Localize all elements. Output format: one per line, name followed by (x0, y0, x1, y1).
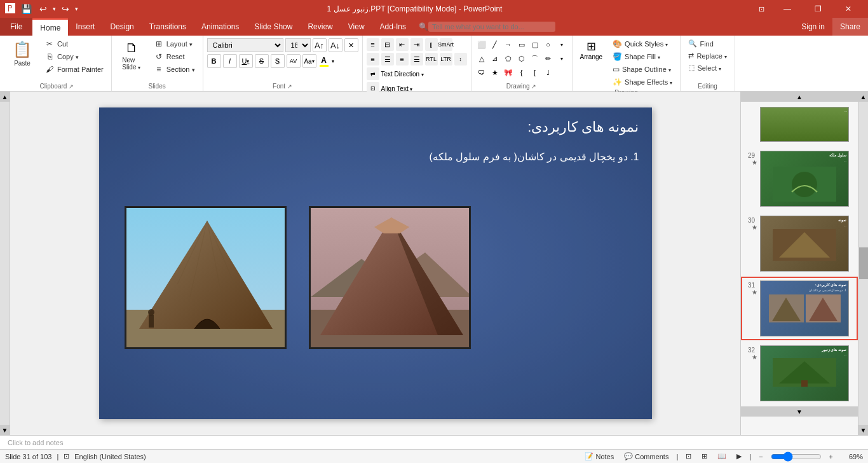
justify-button[interactable]: ☰ (410, 53, 423, 66)
decrease-indent-button[interactable]: ⇤ (396, 38, 409, 51)
reset-button[interactable]: ↺ Reset (150, 51, 199, 62)
shape-fill-button[interactable]: 🪣 Shape Fill ▾ (609, 51, 676, 62)
restore-button[interactable]: ❐ (803, 0, 832, 18)
zoom-level[interactable]: 69% (841, 453, 863, 460)
align-right-button[interactable]: ≡ (396, 53, 409, 66)
quick-redo[interactable]: ↪ (60, 4, 71, 14)
replace-button[interactable]: ⇄ Replace ▾ (684, 50, 730, 61)
paste-button[interactable]: 📋 Paste (6, 38, 38, 69)
hexagon-btn[interactable]: ⬡ (515, 52, 528, 65)
zoom-in-button[interactable]: + (827, 453, 836, 460)
shadow-button[interactable]: S (271, 54, 285, 68)
restore-down-icon[interactable]: ⊡ (751, 0, 771, 18)
main-scroll-down[interactable]: ▼ (858, 425, 868, 435)
callout-btn[interactable]: 🗨 (475, 66, 488, 79)
star-btn[interactable]: ★ (489, 66, 501, 79)
menu-insert[interactable]: Insert (68, 18, 102, 36)
reading-view-button[interactable]: 📖 (715, 452, 729, 460)
slide-thumb-29[interactable]: سلول ملکه ... (760, 151, 849, 207)
ltr-button[interactable]: LTR (440, 53, 452, 66)
main-slide[interactable]: نمونه های کاربردی: 1. دو یخچال قدیمی در … (99, 107, 652, 419)
align-left-button[interactable]: ≡ (367, 53, 379, 66)
font-name-select[interactable]: Calibri (207, 38, 283, 52)
curve-btn[interactable]: ⌒ (529, 52, 541, 65)
new-slide-button[interactable]: 🗋 NewSlide ▾ (116, 38, 147, 73)
more-shapes-btn[interactable]: ▾ (555, 38, 568, 51)
arrange-button[interactable]: ⊞ Arrange (576, 38, 607, 62)
zoom-slider[interactable] (771, 452, 822, 461)
freeform-btn[interactable]: ✏ (542, 52, 555, 65)
brace-btn[interactable]: { (515, 66, 528, 79)
shape-outline-button[interactable]: ▭ Shape Outline ▾ (609, 64, 676, 75)
menu-home[interactable]: Home (32, 18, 68, 36)
slide-image-right[interactable] (309, 206, 471, 349)
select-shape-btn[interactable]: ⬜ (475, 38, 488, 51)
menu-design[interactable]: Design (102, 18, 141, 36)
menu-slideshow[interactable]: Slide Show (247, 18, 300, 36)
main-scroll-thumb[interactable] (859, 247, 868, 279)
smart-art-btn[interactable]: SmArt (440, 38, 452, 51)
comments-button[interactable]: 💬 Comments (621, 452, 671, 460)
copy-button[interactable]: ⎘ Copy ▾ (41, 51, 107, 62)
decrease-font-button[interactable]: A↓ (329, 38, 342, 52)
scroll-up-arrow[interactable]: ▲ (0, 92, 10, 102)
font-color-dropdown[interactable]: ▾ (332, 59, 334, 64)
underline-button[interactable]: U ▾ (239, 54, 253, 68)
line-btn[interactable]: ╱ (489, 38, 501, 51)
text-direction-button[interactable]: ⇄ (367, 67, 379, 80)
shapes-more-btn[interactable]: ▾ (555, 52, 568, 65)
rtriangle-btn[interactable]: ⊿ (489, 52, 501, 65)
char-spacing-button[interactable]: AV (287, 54, 301, 68)
main-scroll-up[interactable]: ▲ (858, 92, 868, 102)
format-painter-button[interactable]: 🖌 Format Painter (41, 64, 107, 75)
section-button[interactable]: ≡ Section ▾ (150, 64, 199, 75)
pentagon-btn[interactable]: ⬠ (502, 52, 515, 65)
font-color-button[interactable]: A (318, 56, 330, 67)
clear-format-button[interactable]: ✕ (344, 38, 358, 52)
menu-review[interactable]: Review (300, 18, 340, 36)
language[interactable]: English (United States) (74, 453, 146, 460)
menu-addins[interactable]: Add-Ins (372, 18, 414, 36)
bullets-button[interactable]: ≡ (367, 38, 379, 51)
share-button[interactable]: Share (832, 18, 868, 36)
slide-item-28[interactable]: ... (741, 103, 858, 146)
slide-panel-scroll-up[interactable]: ▲ (741, 92, 858, 102)
slide-thumb-31[interactable]: نمونه های کاربردی: 1. دو یخچال قدیمی در … (760, 280, 849, 336)
slide-sorter-button[interactable]: ⊞ (699, 452, 710, 460)
oval-btn[interactable]: ○ (542, 38, 555, 51)
align-center-button[interactable]: ☰ (381, 53, 394, 66)
minimize-button[interactable]: — (773, 0, 802, 18)
menu-animations[interactable]: Animations (194, 18, 247, 36)
close-button[interactable]: ✕ (834, 0, 863, 18)
zoom-out-button[interactable]: − (756, 453, 765, 460)
ribbon-btn[interactable]: 🎀 (502, 66, 515, 79)
increase-indent-button[interactable]: ⇥ (410, 38, 423, 51)
arrow-btn[interactable]: → (502, 38, 515, 51)
slide-item-29[interactable]: 29 ★ سلول ملکه ... (741, 147, 858, 211)
slide-image-left[interactable] (125, 206, 287, 349)
normal-view-button[interactable]: ⊡ (683, 452, 694, 460)
strikethrough-button[interactable]: S (255, 54, 269, 68)
sign-in-button[interactable]: Sign in (794, 18, 832, 36)
rtl-button[interactable]: RTL (425, 53, 438, 66)
bracket-btn[interactable]: [ (529, 66, 541, 79)
menu-view[interactable]: View (341, 18, 372, 36)
music-btn[interactable]: ♩ (542, 66, 555, 79)
numbering-button[interactable]: ⊟ (381, 38, 394, 51)
menu-transitions[interactable]: Transitions (142, 18, 194, 36)
slide-item-32[interactable]: 32 ★ نمونه های زنبور ... (741, 342, 858, 405)
cut-button[interactable]: ✂ Cut (41, 38, 107, 50)
slide-thumb-28[interactable]: ... (760, 107, 849, 142)
triangle-btn[interactable]: △ (475, 52, 488, 65)
quick-undo-arrow[interactable]: ▾ (53, 6, 56, 12)
quick-styles-button[interactable]: 🎨 Quick Styles ▾ (609, 38, 676, 50)
bold-button[interactable]: B (207, 54, 221, 68)
accessibility-icon[interactable]: ⊡ (64, 452, 69, 460)
slide-thumb-32[interactable]: نمونه های زنبور ... (760, 345, 849, 401)
shape-effects-button[interactable]: ✨ Shape Effects ▾ (609, 76, 676, 88)
find-button[interactable]: 🔍 Find (684, 38, 717, 49)
scroll-down-arrow[interactable]: ▼ (0, 425, 10, 435)
slide-panel-scroll-down[interactable]: ▼ (741, 406, 858, 417)
quick-undo[interactable]: ↩ (37, 4, 49, 14)
menu-file[interactable]: File (0, 18, 32, 36)
